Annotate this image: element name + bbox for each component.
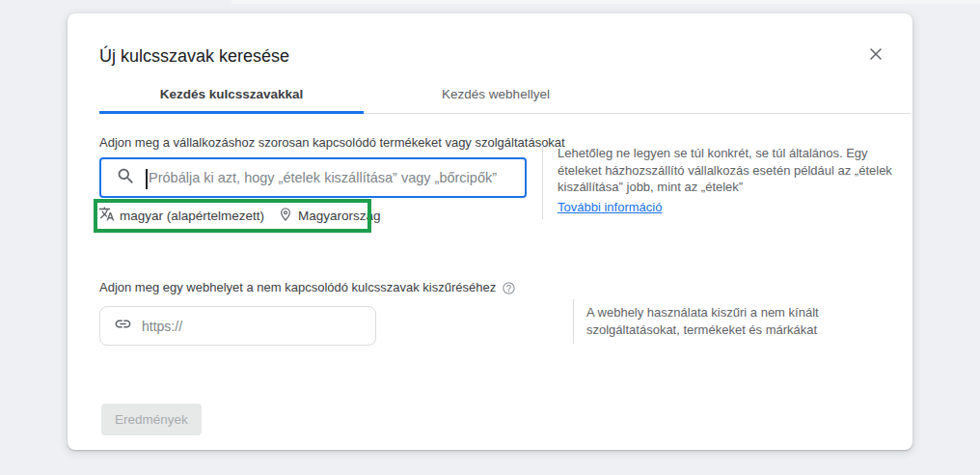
location-pin-icon	[278, 207, 293, 225]
search-icon	[116, 166, 136, 190]
dialog-title: Új kulcsszavak keresése	[99, 44, 289, 68]
text-caret	[146, 169, 148, 189]
language-chip-label: magyar (alapértelmezett)	[120, 209, 264, 223]
learn-more-link[interactable]: További információ	[558, 200, 662, 214]
keywords-hint-text: Lehetőleg ne legyen se túl konkrét, se t…	[558, 145, 912, 196]
language-chip[interactable]: magyar (alapértelmezett)	[98, 206, 264, 225]
close-icon	[866, 44, 885, 64]
link-icon	[114, 315, 132, 337]
keywords-field-label: Adjon meg a vállalkozáshoz szorosan kapc…	[99, 135, 565, 151]
page-background: { "dialog": { "title": "Új kulcsszavak k…	[0, 0, 980, 475]
website-url-field[interactable]	[99, 306, 376, 346]
hint-divider	[542, 145, 543, 219]
targeting-chip-row: magyar (alapértelmezett) Magyarország	[98, 203, 381, 228]
tab-start-with-keywords[interactable]: Kezdés kulcsszavakkal	[99, 77, 364, 114]
website-field-label-text: Adjon meg egy webhelyet a nem kapcsolódó…	[99, 280, 496, 295]
new-keywords-dialog: Új kulcsszavak keresése Kezdés kulcsszav…	[68, 14, 912, 450]
help-circle-icon[interactable]	[502, 281, 516, 295]
tab-start-with-website[interactable]: Kezdés webhellyel	[364, 77, 628, 114]
background-strip	[231, 0, 980, 4]
website-hint-text: A webhely használata kiszűri a nem kínál…	[586, 304, 868, 338]
website-field-label: Adjon meg egy webhelyet a nem kapcsolódó…	[99, 280, 516, 295]
keyword-search-field[interactable]	[99, 157, 527, 198]
hint-divider	[573, 299, 574, 344]
close-button[interactable]	[863, 42, 888, 67]
translate-icon	[98, 206, 115, 225]
results-button[interactable]: Eredmények	[101, 404, 202, 435]
tab-bar: Kezdés kulcsszavakkal Kezdés webhellyel	[99, 77, 911, 114]
keyword-search-input[interactable]	[149, 159, 525, 196]
website-url-input[interactable]	[142, 307, 375, 345]
location-chip[interactable]: Magyarország	[278, 207, 381, 225]
location-chip-label: Magyarország	[298, 209, 381, 223]
